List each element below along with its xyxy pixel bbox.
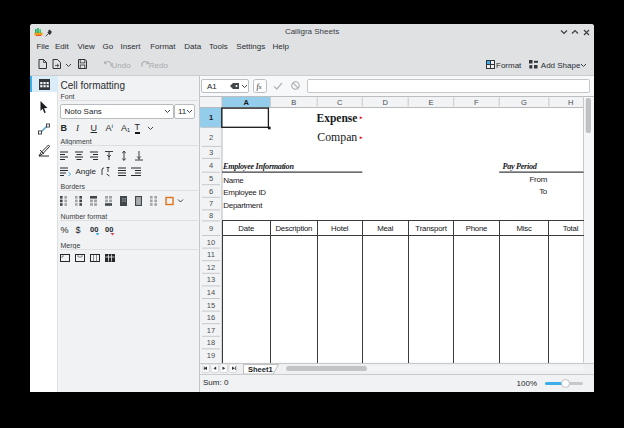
svg-text:12: 12	[207, 263, 215, 272]
svg-text:3: 3	[209, 148, 213, 157]
svg-text:7: 7	[209, 199, 213, 208]
svg-text:Date: Date	[238, 224, 254, 233]
svg-text:6: 6	[209, 187, 213, 196]
svg-text:Name: Name	[223, 176, 244, 185]
svg-text:11: 11	[207, 250, 215, 259]
svg-text:14: 14	[207, 288, 215, 297]
svg-text:G: G	[521, 98, 527, 107]
svg-text:8: 8	[209, 211, 213, 220]
svg-text:Expense: Expense	[317, 112, 358, 125]
svg-text:15: 15	[207, 301, 215, 310]
svg-text:18: 18	[207, 338, 215, 347]
svg-text:To: To	[539, 187, 548, 196]
svg-text:Pay Period: Pay Period	[503, 162, 538, 171]
svg-text:Meal: Meal	[377, 224, 394, 233]
svg-text:Compan: Compan	[317, 130, 357, 144]
svg-text:00: 00	[90, 225, 98, 234]
svg-text:D: D	[382, 98, 388, 107]
svg-text:A: A	[243, 98, 249, 107]
svg-text:From: From	[530, 175, 548, 184]
svg-text:16: 16	[207, 313, 215, 322]
svg-text:H: H	[568, 98, 573, 107]
svg-text:4: 4	[209, 161, 213, 170]
svg-text:Hotel: Hotel	[331, 224, 349, 233]
svg-text:E: E	[428, 98, 433, 107]
svg-text:19: 19	[207, 351, 215, 360]
svg-text:Total: Total	[563, 224, 579, 233]
svg-text:Description: Description	[275, 224, 312, 233]
svg-text:Employee ID: Employee ID	[223, 188, 266, 197]
svg-text:Transport: Transport	[415, 224, 447, 233]
svg-text:5: 5	[209, 174, 213, 183]
svg-text:B: B	[291, 98, 296, 107]
svg-text:Employee Information: Employee Information	[222, 162, 294, 171]
svg-text:2: 2	[209, 133, 213, 142]
svg-text:1: 1	[209, 113, 213, 122]
svg-text:Phone: Phone	[466, 224, 488, 233]
svg-text:C: C	[337, 98, 343, 107]
svg-text:Department: Department	[223, 201, 263, 210]
svg-text:10: 10	[207, 238, 215, 247]
svg-text:9: 9	[209, 224, 213, 233]
svg-text:Misc: Misc	[516, 224, 532, 233]
svg-text:F: F	[474, 98, 479, 107]
svg-text:00: 00	[105, 225, 113, 234]
svg-text:17: 17	[207, 326, 215, 335]
svg-text:13: 13	[207, 275, 215, 284]
